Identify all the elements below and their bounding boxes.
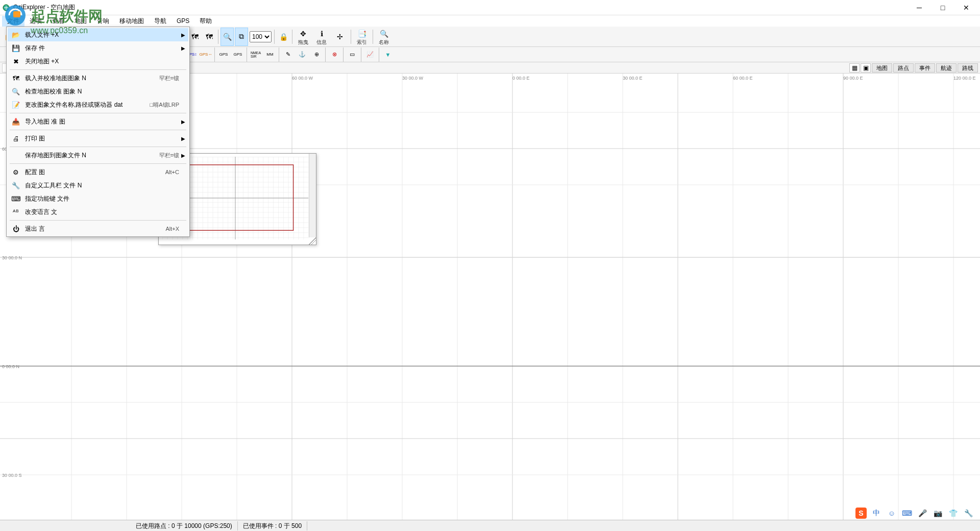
menu-item-label: 检查地图校准 图象 N (25, 87, 173, 96)
file-menu-item-5[interactable]: 🔍检查地图校准 图象 N (8, 85, 188, 98)
btn-map[interactable]: 地图 (872, 63, 892, 73)
tb2-profile[interactable]: 📈 (363, 49, 377, 61)
tb2-gps5[interactable]: GPS (217, 49, 230, 61)
tb2-nmea[interactable]: NMEASIR (249, 49, 262, 61)
ime-tool-icon[interactable]: 🔧 (963, 508, 974, 519)
menu-sound[interactable]: 音响 (92, 16, 114, 27)
tb-lock[interactable]: 🔒 (277, 28, 290, 46)
overview-resize-handle[interactable] (309, 237, 316, 245)
menu-item-icon: 📝 (11, 100, 21, 110)
menu-item-icon: ᴬᴮ (11, 207, 21, 217)
menu-item-label: 退出 言 (25, 225, 159, 233)
file-menu-item-0[interactable]: 📂载入文件 +X▶ (8, 28, 188, 41)
gps6-icon: GPS (233, 50, 243, 60)
tb-info[interactable]: ℹ信息 (313, 28, 330, 46)
menu-item-label: 保存地图到图象文件 N (25, 151, 153, 160)
tb-drag[interactable]: ✥拖曳 (295, 28, 312, 46)
menu-map[interactable]: 地图 (69, 16, 92, 27)
btn-route[interactable]: 路线 (958, 63, 978, 73)
svg-text:60 00.0 E: 60 00.0 E (733, 76, 753, 81)
profile-icon: 📈 (365, 50, 375, 60)
tb-zoom-area[interactable]: ⧉ (235, 28, 248, 46)
menu-nav[interactable]: 导航 (149, 16, 172, 27)
tb2-filter[interactable]: ▼ (381, 49, 395, 61)
gps5-icon: GPS (218, 50, 229, 60)
btn-event[interactable]: 事件 (915, 63, 935, 73)
menu-item-icon: 📥 (11, 116, 21, 127)
svg-text:0 00.0 E: 0 00.0 E (512, 76, 530, 81)
menu-help[interactable]: 帮助 (194, 16, 217, 27)
minimize-button[interactable]: ─ (908, 0, 931, 15)
file-menu-item-15[interactable]: 🔧自定义工具栏 文件 N (8, 179, 188, 192)
file-menu-item-19[interactable]: ⏻退出 言Alt+X (8, 222, 188, 235)
menu-item-label: 关闭地图 +X (25, 57, 173, 66)
file-menu-item-14[interactable]: ⚙配置 图Alt+C (8, 165, 188, 179)
file-menu-item-17[interactable]: ᴬᴮ改变语言 文 (8, 205, 188, 219)
close-button[interactable]: ✕ (954, 0, 978, 15)
tb2-pen[interactable]: ✎ (281, 49, 295, 61)
chart-icon: ▭ (347, 50, 357, 60)
ime-lang-icon[interactable]: 中 (871, 508, 882, 519)
tb-zoom[interactable]: 🔍 (220, 28, 234, 46)
ime-emoji-icon[interactable]: ☺ (886, 508, 897, 519)
pen-icon: ✎ (283, 50, 293, 60)
infobar-icon-1[interactable]: ▦ (849, 63, 860, 73)
window-title: OziExplorer - 空白地图 (13, 3, 908, 12)
menu-item-label: 载入并校准地图图象 N (25, 74, 153, 83)
file-menu-item-4[interactable]: 🗺载入并校准地图图象 N罕栏=镶 (8, 71, 188, 85)
menu-item-label: 自定义工具栏 文件 N (25, 181, 173, 190)
ime-cam-icon[interactable]: 📷 (932, 508, 943, 519)
tb2-gps6[interactable]: GPS (231, 49, 244, 61)
tb-map2[interactable]: 🗺 (203, 28, 216, 46)
file-menu-item-16[interactable]: ⌨指定功能键 文件 (8, 192, 188, 205)
tb2-chart[interactable]: ▭ (346, 49, 359, 61)
svg-text:30 00.0 S: 30 00.0 S (2, 473, 22, 478)
menu-file[interactable]: 文件 (2, 16, 24, 27)
status-events: 已使用事件 : 0 于 500 (238, 521, 307, 530)
file-menu-item-2[interactable]: ✖关闭地图 +X (8, 55, 188, 68)
maximize-button[interactable]: □ (931, 0, 954, 15)
menu-movingmap[interactable]: 移动地图 (114, 16, 149, 27)
file-menu-item-6[interactable]: 📝更改图象文件名称,路径或驱动器 dat□嘚A镶LRP (8, 98, 188, 111)
filter-icon: ▼ (383, 50, 393, 60)
file-menu-item-8[interactable]: 📥导入地图 准 图▶ (8, 115, 188, 128)
tb2-del[interactable]: ⊗ (328, 49, 341, 61)
tb2-mm[interactable]: MM (263, 49, 277, 61)
menu-item-icon: ⚙ (11, 167, 21, 177)
menu-item-icon: 🔍 (11, 86, 21, 96)
overview-scrollbar[interactable] (309, 154, 316, 237)
zoom-select[interactable]: 100 (250, 31, 272, 42)
btn-waypoint[interactable]: 路点 (893, 63, 914, 73)
tb2-gps4[interactable]: GPS↔ (199, 49, 212, 61)
menu-options[interactable]: 选项 (24, 16, 47, 27)
tb-map1[interactable]: 🗺 (188, 28, 202, 46)
ime-sogou-icon[interactable]: S (855, 508, 867, 519)
menu-item-icon: 🔧 (11, 180, 21, 190)
menu-gps[interactable]: GPS (172, 16, 194, 26)
menu-item-icon: ✖ (11, 56, 21, 66)
ime-keyboard-icon[interactable]: ⌨ (901, 508, 913, 519)
app-icon (2, 4, 10, 12)
ime-skin-icon[interactable]: 👕 (947, 508, 959, 519)
target-icon: ⊕ (311, 50, 322, 60)
index-icon: 📑 (357, 29, 367, 39)
menu-view[interactable]: 查看 (47, 16, 69, 27)
tb-move[interactable]: ✢ (331, 28, 349, 46)
drag-icon: ✥ (298, 29, 308, 39)
file-menu-item-12[interactable]: 保存地图到图象文件 N罕栏=镶▶ (8, 149, 188, 162)
file-menu-item-10[interactable]: 🖨打印 图▶ (8, 132, 188, 145)
lock-icon: 🔒 (278, 32, 288, 42)
infobar-icon-2[interactable]: ▣ (861, 63, 871, 73)
btn-track[interactable]: 航迹 (936, 63, 957, 73)
menu-item-icon: ⏻ (11, 224, 21, 234)
menu-item-label: 更改图象文件名称,路径或驱动器 dat (25, 101, 144, 109)
tb-index[interactable]: 📑索引 (353, 28, 371, 46)
file-menu-item-1[interactable]: 💾保存 件▶ (8, 41, 188, 55)
status-waypoints: 已使用路点 : 0 于 10000 (GPS:250) (131, 521, 238, 530)
ime-mic-icon[interactable]: 🎤 (917, 508, 928, 519)
name-icon: 🔍 (379, 29, 389, 39)
tb-name[interactable]: 🔍名称 (375, 28, 393, 46)
zoom-icon: 🔍 (222, 32, 232, 42)
tb2-anchor[interactable]: ⚓ (296, 49, 309, 61)
tb2-target[interactable]: ⊕ (310, 49, 323, 61)
